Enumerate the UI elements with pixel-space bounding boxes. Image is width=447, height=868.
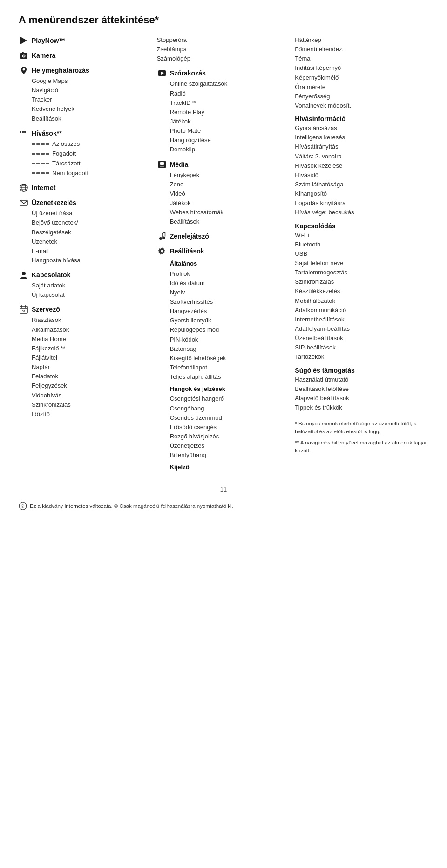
- list-item: Játékok: [170, 198, 291, 208]
- footnote-1: * Bizonyos menük elérhetősége az üzemelt…: [295, 420, 428, 436]
- zene-title: Zenelejátszó: [170, 232, 209, 240]
- svg-point-54: [161, 250, 163, 253]
- section-kamera: Kamera: [19, 50, 152, 61]
- svg-rect-16: [36, 143, 40, 145]
- contacts-icon: [19, 270, 29, 280]
- section-media: Média Fényképek Zene Videó Játékok Webes…: [157, 159, 291, 227]
- svg-rect-18: [46, 143, 49, 145]
- settings-icon: [157, 246, 167, 256]
- list-item: USB: [295, 249, 428, 259]
- list-item: Hívásidő: [295, 171, 428, 180]
- szervezo-items: Riasztások Alkalmazások Media Home Fájlk…: [19, 315, 152, 419]
- list-item: Hívás vége: becsukás: [295, 208, 428, 217]
- list-item: Media Home: [32, 335, 152, 344]
- list-item: Nyelv: [170, 288, 291, 297]
- svg-rect-47: [160, 166, 164, 167]
- list-item: Hívások kezelése: [295, 161, 428, 171]
- column-2: Stopperóra Zseblámpa Számológép Szórakoz…: [157, 35, 295, 477]
- list-item: Alapvető beállítások: [295, 394, 428, 403]
- svg-rect-12: [20, 132, 21, 133]
- svg-rect-19: [32, 153, 35, 155]
- list-item: Hang rögzítése: [170, 136, 291, 145]
- list-item: Számológép: [157, 54, 291, 63]
- svg-rect-46: [160, 162, 164, 165]
- nem-fogadott-icon: [32, 171, 50, 175]
- list-item: Remote Play: [170, 108, 291, 117]
- list-item: PIN-kódok: [170, 335, 291, 344]
- list-item: Csengetési hangerő: [170, 394, 291, 403]
- uzenet-title: Üzenetkezelés: [32, 199, 76, 206]
- list-item: Navigáció: [32, 86, 152, 95]
- section-stopper: Stopperóra Zseblámpa Számológép: [157, 35, 291, 63]
- uzenet-items: Új üzenet írása Bejövő üzenetek/ Beszélg…: [19, 209, 152, 265]
- list-item: Vonalnevek módosít.: [295, 101, 428, 110]
- beallitasok-items: Általános Profilok Idő és dátum Nyelv Sz…: [157, 259, 291, 472]
- section-hatterkep: Háttérkép Főmenü elrendez. Téma Indítási…: [295, 35, 428, 110]
- list-item: Kihangosító: [295, 189, 428, 198]
- svg-rect-6: [20, 130, 21, 130]
- svg-rect-30: [46, 172, 49, 174]
- svg-rect-13: [22, 132, 24, 133]
- kapcsolodas-items: Wi-Fi Bluetooth USB Saját telefon neve T…: [295, 231, 428, 362]
- list-item: Rádió: [170, 89, 291, 98]
- footnote-section: * Bizonyos menük elérhetősége az üzemelt…: [295, 420, 428, 455]
- location-icon: [19, 65, 29, 75]
- list-item: Saját telefon neve: [295, 259, 428, 268]
- svg-rect-26: [46, 163, 49, 164]
- section-hivasinf: Hívásinformáció Gyorstárcsázás Intellige…: [295, 115, 428, 217]
- svg-rect-15: [32, 143, 35, 145]
- list-item: Stopperóra: [157, 35, 291, 45]
- hivasok-items: Az összes Fogadott Tárcsázott Nem fogado…: [19, 139, 152, 178]
- svg-rect-8: [24, 130, 26, 130]
- altalanos-title: Általános: [170, 259, 291, 268]
- svg-line-51: [162, 232, 165, 233]
- section-playnow: PlayNow™: [19, 35, 152, 46]
- sugo-title: Súgó és támogatás: [295, 367, 354, 374]
- list-item: Videohívás: [32, 391, 152, 400]
- svg-rect-7: [22, 130, 24, 130]
- svg-point-37: [22, 272, 26, 275]
- list-item: Nem fogadott: [52, 169, 88, 178]
- svg-rect-29: [41, 172, 45, 174]
- list-item: Online szolgáltatások: [170, 79, 291, 89]
- list-item: Óra mérete: [295, 82, 428, 92]
- section-hivasok: Hívások** Az összes Fogadott Tárcsázott: [19, 128, 152, 178]
- helymeg-title: Helymeghatározás: [32, 67, 89, 74]
- svg-rect-17: [41, 143, 45, 145]
- sugo-items: Használati útmutató Beállítások letöltés…: [295, 375, 428, 413]
- list-item: Üzenetbeállítások: [295, 334, 428, 343]
- list-item: Tippek és trükkök: [295, 403, 428, 412]
- section-szorakozas: Szórakozás Online szolgáltatások Rádió T…: [157, 68, 291, 154]
- hivasinf-title: Hívásinformáció: [295, 115, 345, 123]
- list-item: Tárcsázott: [52, 159, 81, 168]
- section-kapcsolatok: Kapcsolatok Saját adatok Új kapcsolat: [19, 270, 152, 300]
- svg-point-5: [23, 68, 25, 71]
- list-item: Szoftverfrissítés: [170, 297, 291, 307]
- bottom-bar: © Ez a kiadvány internetes változata. © …: [19, 498, 428, 510]
- media-title: Média: [170, 161, 189, 168]
- list-item: Használati útmutató: [295, 375, 428, 384]
- footnote-2: ** A navigációs billentyűvel mozoghat az…: [295, 439, 428, 455]
- svg-rect-21: [41, 153, 45, 155]
- mail-icon: [19, 198, 29, 208]
- section-sugo: Súgó és támogatás Használati útmutató Be…: [295, 367, 428, 413]
- list-item: Internetbeállítások: [295, 315, 428, 324]
- camera-icon: [19, 50, 29, 61]
- hangok-title: Hangok és jelzések: [170, 384, 291, 394]
- svg-rect-23: [32, 163, 35, 164]
- svg-text:30: 30: [22, 310, 25, 313]
- list-item: Tartozékok: [295, 352, 428, 362]
- list-item: Google Maps: [32, 76, 152, 86]
- list-item: Telefonállapot: [170, 363, 291, 372]
- list-item: Teljes alaph. állítás: [170, 372, 291, 382]
- list-item: Szinkronizálás: [295, 277, 428, 287]
- list-item: SIP-beállítások: [295, 343, 428, 352]
- hivasinf-items: Gyorstárcsázás Intelligens keresés Hívás…: [295, 123, 428, 217]
- list-item: Intelligens keresés: [295, 133, 428, 142]
- svg-point-3: [23, 55, 25, 57]
- list-item: Csendes üzemmód: [170, 413, 291, 423]
- list-item: Új kapcsolat: [32, 290, 152, 300]
- media-items: Fényképek Zene Videó Játékok Webes hírcs…: [157, 171, 291, 227]
- svg-rect-4: [22, 52, 24, 54]
- beallitasok-title: Beállítások: [170, 247, 204, 255]
